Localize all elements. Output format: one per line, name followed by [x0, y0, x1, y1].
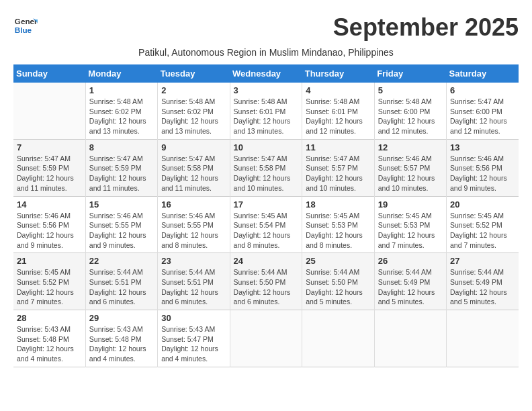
day-number: 25	[306, 256, 370, 266]
week-row-1: 1Sunrise: 5:48 AM Sunset: 6:02 PM Daylig…	[13, 83, 519, 139]
day-info: Sunrise: 5:48 AM Sunset: 6:02 PM Dayligh…	[161, 97, 226, 136]
day-number: 12	[378, 142, 443, 152]
day-info: Sunrise: 5:47 AM Sunset: 5:57 PM Dayligh…	[306, 154, 370, 193]
day-info: Sunrise: 5:44 AM Sunset: 5:49 PM Dayligh…	[450, 267, 515, 307]
day-number: 21	[17, 256, 82, 266]
day-info: Sunrise: 5:45 AM Sunset: 5:53 PM Dayligh…	[378, 211, 443, 250]
day-info: Sunrise: 5:43 AM Sunset: 5:48 PM Dayligh…	[89, 324, 154, 364]
day-info: Sunrise: 5:45 AM Sunset: 5:52 PM Dayligh…	[17, 267, 82, 307]
day-info: Sunrise: 5:45 AM Sunset: 5:53 PM Dayligh…	[306, 211, 370, 250]
day-info: Sunrise: 5:48 AM Sunset: 6:00 PM Dayligh…	[378, 97, 443, 136]
calendar-cell: 1Sunrise: 5:48 AM Sunset: 6:02 PM Daylig…	[85, 83, 157, 139]
calendar-cell: 22Sunrise: 5:44 AM Sunset: 5:51 PM Dayli…	[85, 253, 157, 310]
day-number: 26	[378, 256, 443, 266]
day-number: 15	[89, 199, 154, 210]
day-info: Sunrise: 5:47 AM Sunset: 6:00 PM Dayligh…	[450, 97, 515, 136]
calendar-cell: 18Sunrise: 5:45 AM Sunset: 5:53 PM Dayli…	[302, 196, 374, 253]
day-number: 28	[17, 313, 82, 323]
week-row-4: 21Sunrise: 5:45 AM Sunset: 5:52 PM Dayli…	[13, 253, 519, 310]
calendar-cell: 10Sunrise: 5:47 AM Sunset: 5:58 PM Dayli…	[230, 139, 302, 196]
calendar-cell: 26Sunrise: 5:44 AM Sunset: 5:49 PM Dayli…	[374, 253, 446, 310]
header-day-monday: Monday	[85, 64, 157, 83]
calendar-cell: 19Sunrise: 5:45 AM Sunset: 5:53 PM Dayli…	[374, 196, 446, 253]
day-number: 18	[306, 199, 370, 210]
svg-text:Blue: Blue	[15, 26, 32, 34]
day-number: 8	[89, 142, 154, 152]
day-info: Sunrise: 5:44 AM Sunset: 5:51 PM Dayligh…	[161, 267, 226, 307]
calendar-cell: 23Sunrise: 5:44 AM Sunset: 5:51 PM Dayli…	[158, 253, 230, 310]
day-number: 3	[234, 85, 299, 95]
day-number: 7	[17, 142, 82, 152]
day-info: Sunrise: 5:43 AM Sunset: 5:48 PM Dayligh…	[17, 324, 82, 364]
calendar-cell	[230, 310, 302, 367]
day-info: Sunrise: 5:43 AM Sunset: 5:47 PM Dayligh…	[161, 324, 226, 364]
calendar-cell: 6Sunrise: 5:47 AM Sunset: 6:00 PM Daylig…	[447, 83, 519, 139]
day-info: Sunrise: 5:48 AM Sunset: 6:01 PM Dayligh…	[306, 97, 370, 136]
day-number: 16	[161, 199, 226, 210]
day-number: 23	[161, 256, 226, 266]
header-day-friday: Friday	[374, 64, 446, 83]
calendar-cell: 16Sunrise: 5:46 AM Sunset: 5:55 PM Dayli…	[158, 196, 230, 253]
day-info: Sunrise: 5:46 AM Sunset: 5:55 PM Dayligh…	[89, 211, 154, 250]
week-row-3: 14Sunrise: 5:46 AM Sunset: 5:56 PM Dayli…	[13, 196, 519, 253]
day-info: Sunrise: 5:46 AM Sunset: 5:57 PM Dayligh…	[378, 154, 443, 193]
day-number: 4	[306, 85, 370, 95]
calendar-cell: 20Sunrise: 5:45 AM Sunset: 5:52 PM Dayli…	[447, 196, 519, 253]
calendar-cell: 24Sunrise: 5:44 AM Sunset: 5:50 PM Dayli…	[230, 253, 302, 310]
calendar-cell: 25Sunrise: 5:44 AM Sunset: 5:50 PM Dayli…	[302, 253, 374, 310]
week-row-5: 28Sunrise: 5:43 AM Sunset: 5:48 PM Dayli…	[13, 310, 519, 367]
week-row-2: 7Sunrise: 5:47 AM Sunset: 5:59 PM Daylig…	[13, 139, 519, 196]
day-info: Sunrise: 5:45 AM Sunset: 5:54 PM Dayligh…	[234, 211, 299, 250]
day-number: 13	[450, 142, 515, 152]
day-number: 10	[234, 142, 299, 152]
day-number: 2	[161, 85, 226, 95]
calendar-cell: 17Sunrise: 5:45 AM Sunset: 5:54 PM Dayli…	[230, 196, 302, 253]
header-day-tuesday: Tuesday	[158, 64, 230, 83]
day-number: 14	[17, 199, 82, 210]
calendar-cell	[13, 83, 85, 139]
calendar-cell: 7Sunrise: 5:47 AM Sunset: 5:59 PM Daylig…	[13, 139, 85, 196]
calendar-cell: 27Sunrise: 5:44 AM Sunset: 5:49 PM Dayli…	[447, 253, 519, 310]
logo-icon: General Blue	[13, 13, 38, 38]
day-info: Sunrise: 5:47 AM Sunset: 5:59 PM Dayligh…	[17, 154, 82, 193]
day-info: Sunrise: 5:47 AM Sunset: 5:58 PM Dayligh…	[161, 154, 226, 193]
day-info: Sunrise: 5:45 AM Sunset: 5:52 PM Dayligh…	[450, 211, 515, 250]
calendar-cell: 9Sunrise: 5:47 AM Sunset: 5:58 PM Daylig…	[158, 139, 230, 196]
day-number: 20	[450, 199, 515, 210]
header-day-wednesday: Wednesday	[230, 64, 302, 83]
calendar-cell: 15Sunrise: 5:46 AM Sunset: 5:55 PM Dayli…	[85, 196, 157, 253]
day-info: Sunrise: 5:47 AM Sunset: 5:58 PM Dayligh…	[234, 154, 299, 193]
month-title: September 2025	[333, 13, 519, 42]
calendar-cell: 8Sunrise: 5:47 AM Sunset: 5:59 PM Daylig…	[85, 139, 157, 196]
svg-text:General: General	[15, 17, 38, 26]
day-number: 1	[89, 85, 154, 95]
header: General Blue September 2025	[13, 13, 519, 42]
calendar-cell	[374, 310, 446, 367]
day-info: Sunrise: 5:48 AM Sunset: 6:01 PM Dayligh…	[234, 97, 299, 136]
header-day-thursday: Thursday	[302, 64, 374, 83]
day-info: Sunrise: 5:46 AM Sunset: 5:55 PM Dayligh…	[161, 211, 226, 250]
calendar-cell: 2Sunrise: 5:48 AM Sunset: 6:02 PM Daylig…	[158, 83, 230, 139]
day-info: Sunrise: 5:46 AM Sunset: 5:56 PM Dayligh…	[17, 211, 82, 250]
day-number: 11	[306, 142, 370, 152]
day-number: 6	[450, 85, 515, 95]
day-info: Sunrise: 5:44 AM Sunset: 5:50 PM Dayligh…	[306, 267, 370, 307]
day-number: 29	[89, 313, 154, 323]
day-number: 24	[234, 256, 299, 266]
subtitle: Patikul, Autonomous Region in Muslim Min…	[13, 47, 519, 58]
day-number: 19	[378, 199, 443, 210]
calendar-table: SundayMondayTuesdayWednesdayThursdayFrid…	[13, 64, 519, 367]
calendar-header-row: SundayMondayTuesdayWednesdayThursdayFrid…	[13, 64, 519, 83]
day-number: 27	[450, 256, 515, 266]
day-info: Sunrise: 5:44 AM Sunset: 5:50 PM Dayligh…	[234, 267, 299, 307]
day-number: 9	[161, 142, 226, 152]
day-info: Sunrise: 5:47 AM Sunset: 5:59 PM Dayligh…	[89, 154, 154, 193]
header-day-sunday: Sunday	[13, 64, 85, 83]
calendar-cell: 12Sunrise: 5:46 AM Sunset: 5:57 PM Dayli…	[374, 139, 446, 196]
calendar-cell: 30Sunrise: 5:43 AM Sunset: 5:47 PM Dayli…	[158, 310, 230, 367]
calendar-cell: 3Sunrise: 5:48 AM Sunset: 6:01 PM Daylig…	[230, 83, 302, 139]
calendar-cell: 13Sunrise: 5:46 AM Sunset: 5:56 PM Dayli…	[447, 139, 519, 196]
calendar-cell: 21Sunrise: 5:45 AM Sunset: 5:52 PM Dayli…	[13, 253, 85, 310]
calendar-cell	[447, 310, 519, 367]
day-info: Sunrise: 5:48 AM Sunset: 6:02 PM Dayligh…	[89, 97, 154, 136]
